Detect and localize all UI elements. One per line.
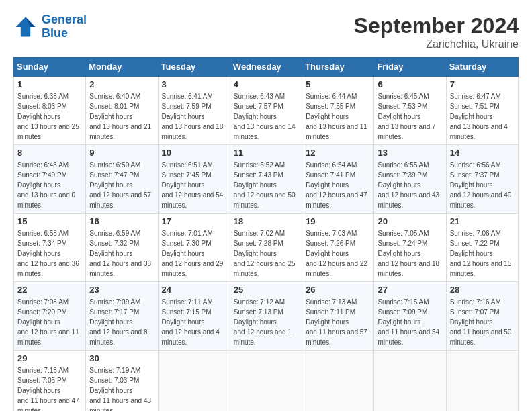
table-row: 23 Sunrise: 7:09 AM Sunset: 7:17 PM Dayl… — [86, 282, 158, 351]
day-info: Sunrise: 6:38 AM Sunset: 8:03 PM Dayligh… — [17, 91, 82, 142]
day-info: Sunrise: 6:50 AM Sunset: 7:47 PM Dayligh… — [89, 160, 154, 210]
table-row: 14 Sunrise: 6:56 AM Sunset: 7:37 PM Dayl… — [446, 145, 518, 214]
table-row — [158, 351, 230, 412]
day-number: 13 — [378, 148, 442, 158]
col-monday: Monday — [86, 58, 158, 77]
table-row: 5 Sunrise: 6:44 AM Sunset: 7:55 PM Dayli… — [302, 77, 374, 145]
day-number: 17 — [162, 216, 226, 226]
day-number: 27 — [378, 285, 442, 295]
title-block: September 2024 Zarichchia, Ukraine — [354, 13, 519, 50]
page-header: General Blue September 2024 Zarichchia, … — [13, 13, 519, 50]
table-row: 12 Sunrise: 6:54 AM Sunset: 7:41 PM Dayl… — [302, 145, 374, 214]
day-info: Sunrise: 6:43 AM Sunset: 7:57 PM Dayligh… — [234, 91, 298, 142]
col-wednesday: Wednesday — [230, 58, 302, 77]
day-number: 2 — [89, 79, 154, 89]
location: Zarichchia, Ukraine — [354, 38, 519, 50]
table-row: 21 Sunrise: 7:06 AM Sunset: 7:22 PM Dayl… — [446, 214, 518, 282]
day-number: 28 — [450, 285, 515, 295]
day-number: 12 — [306, 148, 370, 158]
day-number: 18 — [234, 216, 298, 226]
day-info: Sunrise: 7:09 AM Sunset: 7:17 PM Dayligh… — [89, 297, 154, 347]
table-row — [230, 351, 302, 412]
col-tuesday: Tuesday — [158, 58, 230, 77]
day-number: 19 — [306, 216, 370, 226]
day-number: 21 — [450, 216, 515, 226]
col-saturday: Saturday — [446, 58, 518, 77]
table-row: 27 Sunrise: 7:15 AM Sunset: 7:09 PM Dayl… — [374, 282, 446, 351]
day-number: 7 — [450, 79, 515, 89]
day-info: Sunrise: 7:16 AM Sunset: 7:07 PM Dayligh… — [450, 297, 515, 347]
day-info: Sunrise: 6:48 AM Sunset: 7:49 PM Dayligh… — [17, 160, 82, 210]
calendar-week: 15 Sunrise: 6:58 AM Sunset: 7:34 PM Dayl… — [14, 214, 519, 282]
table-row: 11 Sunrise: 6:52 AM Sunset: 7:43 PM Dayl… — [230, 145, 302, 214]
calendar-week: 1 Sunrise: 6:38 AM Sunset: 8:03 PM Dayli… — [14, 77, 519, 145]
day-info: Sunrise: 6:59 AM Sunset: 7:32 PM Dayligh… — [89, 228, 154, 279]
day-number: 30 — [89, 353, 154, 363]
day-number: 1 — [17, 79, 82, 89]
day-info: Sunrise: 7:06 AM Sunset: 7:22 PM Dayligh… — [450, 228, 515, 279]
table-row: 29 Sunrise: 7:18 AM Sunset: 7:05 PM Dayl… — [14, 351, 86, 412]
table-row: 4 Sunrise: 6:43 AM Sunset: 7:57 PM Dayli… — [230, 77, 302, 145]
col-friday: Friday — [374, 58, 446, 77]
day-number: 24 — [162, 285, 226, 295]
day-info: Sunrise: 7:15 AM Sunset: 7:09 PM Dayligh… — [378, 297, 442, 347]
day-number: 8 — [17, 148, 82, 158]
table-row: 18 Sunrise: 7:02 AM Sunset: 7:28 PM Dayl… — [230, 214, 302, 282]
logo-icon — [13, 15, 38, 39]
table-row: 20 Sunrise: 7:05 AM Sunset: 7:24 PM Dayl… — [374, 214, 446, 282]
col-sunday: Sunday — [14, 58, 86, 77]
calendar-week: 8 Sunrise: 6:48 AM Sunset: 7:49 PM Dayli… — [14, 145, 519, 214]
day-info: Sunrise: 7:19 AM Sunset: 7:03 PM Dayligh… — [89, 365, 154, 411]
day-info: Sunrise: 6:56 AM Sunset: 7:37 PM Dayligh… — [450, 160, 515, 210]
table-row: 6 Sunrise: 6:45 AM Sunset: 7:53 PM Dayli… — [374, 77, 446, 145]
day-info: Sunrise: 6:45 AM Sunset: 7:53 PM Dayligh… — [378, 91, 442, 142]
day-number: 6 — [378, 79, 442, 89]
logo-line2: Blue — [42, 26, 68, 40]
table-row: 24 Sunrise: 7:11 AM Sunset: 7:15 PM Dayl… — [158, 282, 230, 351]
header-row: Sunday Monday Tuesday Wednesday Thursday… — [14, 58, 519, 77]
table-row: 3 Sunrise: 6:41 AM Sunset: 7:59 PM Dayli… — [158, 77, 230, 145]
day-number: 14 — [450, 148, 515, 158]
day-number: 3 — [162, 79, 226, 89]
table-row: 16 Sunrise: 6:59 AM Sunset: 7:32 PM Dayl… — [86, 214, 158, 282]
day-number: 15 — [17, 216, 82, 226]
day-info: Sunrise: 7:08 AM Sunset: 7:20 PM Dayligh… — [17, 297, 82, 347]
day-info: Sunrise: 6:51 AM Sunset: 7:45 PM Dayligh… — [162, 160, 226, 210]
table-row: 8 Sunrise: 6:48 AM Sunset: 7:49 PM Dayli… — [14, 145, 86, 214]
day-number: 4 — [234, 79, 298, 89]
day-number: 22 — [17, 285, 82, 295]
table-row — [446, 351, 518, 412]
day-info: Sunrise: 7:02 AM Sunset: 7:28 PM Dayligh… — [234, 228, 298, 279]
day-info: Sunrise: 6:52 AM Sunset: 7:43 PM Dayligh… — [234, 160, 298, 210]
day-number: 9 — [89, 148, 154, 158]
month-title: September 2024 — [354, 13, 519, 38]
table-row: 22 Sunrise: 7:08 AM Sunset: 7:20 PM Dayl… — [14, 282, 86, 351]
table-row: 1 Sunrise: 6:38 AM Sunset: 8:03 PM Dayli… — [14, 77, 86, 145]
table-row — [374, 351, 446, 412]
table-row: 26 Sunrise: 7:13 AM Sunset: 7:11 PM Dayl… — [302, 282, 374, 351]
table-row: 7 Sunrise: 6:47 AM Sunset: 7:51 PM Dayli… — [446, 77, 518, 145]
logo-line1: General — [42, 13, 87, 26]
calendar-week: 29 Sunrise: 7:18 AM Sunset: 7:05 PM Dayl… — [14, 351, 519, 412]
day-info: Sunrise: 7:13 AM Sunset: 7:11 PM Dayligh… — [306, 297, 370, 347]
day-number: 20 — [378, 216, 442, 226]
table-row: 13 Sunrise: 6:55 AM Sunset: 7:39 PM Dayl… — [374, 145, 446, 214]
day-info: Sunrise: 7:03 AM Sunset: 7:26 PM Dayligh… — [306, 228, 370, 279]
table-row: 10 Sunrise: 6:51 AM Sunset: 7:45 PM Dayl… — [158, 145, 230, 214]
col-thursday: Thursday — [302, 58, 374, 77]
calendar-header: Sunday Monday Tuesday Wednesday Thursday… — [14, 58, 519, 77]
day-info: Sunrise: 6:55 AM Sunset: 7:39 PM Dayligh… — [378, 160, 442, 210]
day-number: 29 — [17, 353, 82, 363]
day-info: Sunrise: 6:40 AM Sunset: 8:01 PM Dayligh… — [89, 91, 154, 142]
day-info: Sunrise: 7:11 AM Sunset: 7:15 PM Dayligh… — [162, 297, 226, 347]
logo: General Blue — [13, 13, 87, 40]
day-info: Sunrise: 6:54 AM Sunset: 7:41 PM Dayligh… — [306, 160, 370, 210]
day-number: 10 — [162, 148, 226, 158]
day-number: 25 — [234, 285, 298, 295]
table-row: 15 Sunrise: 6:58 AM Sunset: 7:34 PM Dayl… — [14, 214, 86, 282]
table-row — [302, 351, 374, 412]
day-info: Sunrise: 6:44 AM Sunset: 7:55 PM Dayligh… — [306, 91, 370, 142]
table-row: 17 Sunrise: 7:01 AM Sunset: 7:30 PM Dayl… — [158, 214, 230, 282]
calendar-table: Sunday Monday Tuesday Wednesday Thursday… — [13, 57, 519, 411]
day-number: 23 — [89, 285, 154, 295]
